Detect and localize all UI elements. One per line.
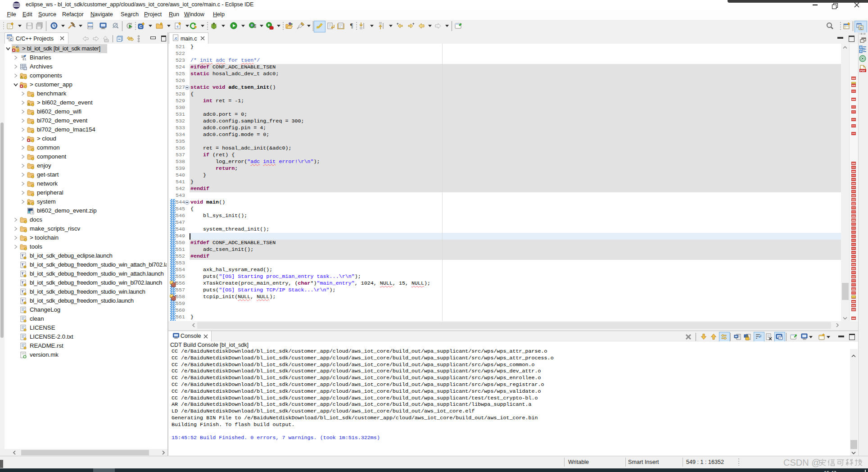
svg-text:01: 01 bbox=[23, 58, 26, 61]
svg-text:010: 010 bbox=[88, 25, 93, 28]
svg-text:C: C bbox=[16, 45, 19, 49]
svg-text:C: C bbox=[10, 37, 13, 41]
svg-text:PDF: PDF bbox=[860, 69, 866, 72]
svg-text:c: c bbox=[176, 24, 179, 28]
svg-text:C: C bbox=[139, 24, 142, 29]
svg-text:¶: ¶ bbox=[350, 23, 353, 29]
svg-text:.c: .c bbox=[174, 36, 177, 41]
svg-text:?: ? bbox=[32, 211, 33, 214]
svg-text:C: C bbox=[860, 26, 863, 30]
